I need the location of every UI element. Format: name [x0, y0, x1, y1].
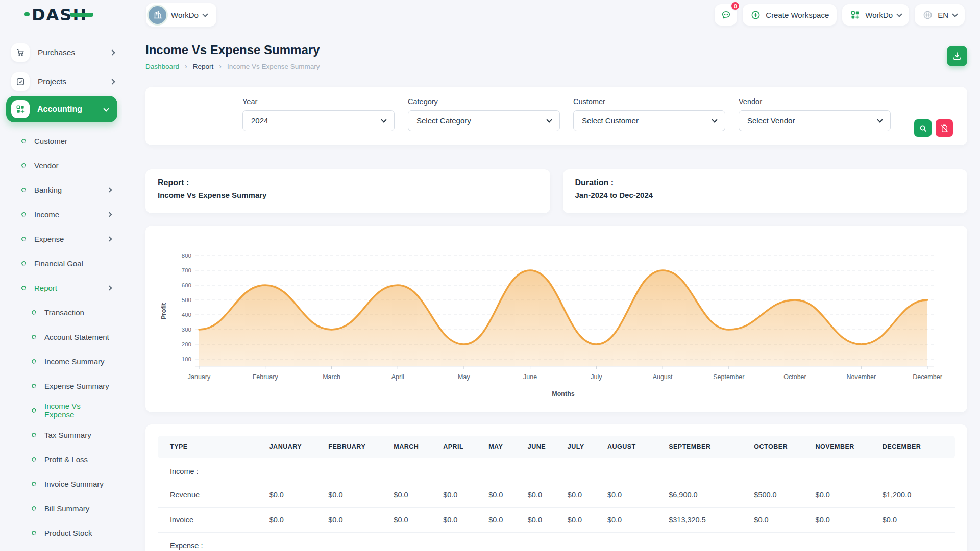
column-header: JANUARY [270, 436, 329, 458]
ring-icon [20, 138, 27, 144]
value-cell: $0.0 [328, 508, 394, 533]
ring-icon [20, 187, 27, 193]
sidebar-item-tax-summary[interactable]: Tax Summary [0, 422, 122, 447]
download-button[interactable] [947, 46, 967, 66]
reset-filter-button[interactable] [936, 119, 953, 137]
column-header: MARCH [394, 436, 443, 458]
svg-text:September: September [713, 373, 744, 381]
svg-text:February: February [253, 373, 279, 381]
messages-button[interactable]: 0 [715, 4, 737, 26]
value-cell: $0.0 [328, 483, 394, 508]
table-row: Invoice$0.0$0.0$0.0$0.0$0.0$0.0$0.0$0.0$… [158, 508, 955, 533]
sidebar-accounting-nav: CustomerVendorBankingIncomeExpenseFinanc… [0, 129, 122, 300]
sidebar-item-income[interactable]: Income [0, 202, 122, 227]
language-selector[interactable]: EN [915, 4, 965, 26]
value-cell: $0.0 [270, 483, 329, 508]
search-icon [918, 123, 928, 133]
column-header: NOVEMBER [816, 436, 883, 458]
ring-icon [20, 236, 27, 242]
ring-icon [20, 211, 27, 218]
check-square-icon [11, 72, 30, 91]
column-header: TYPE [158, 436, 270, 458]
globe-icon [922, 10, 933, 20]
sidebar-report-nav: TransactionAccount StatementIncome Summa… [0, 300, 122, 551]
chevron-down-icon [712, 117, 717, 122]
customer-select-value: Select Customer [582, 116, 639, 125]
sidebar-item-cash-flow[interactable]: Cash Flow [0, 545, 122, 551]
svg-text:300: 300 [182, 327, 191, 333]
create-workspace-button[interactable]: Create Workspace [743, 4, 837, 26]
sidebar-item-report[interactable]: Report [0, 276, 122, 300]
summary-table-card: TYPEJANUARYFEBRUARYMARCHAPRILMAYJUNEJULY… [145, 424, 967, 551]
sidebar-item-expense-summary[interactable]: Expense Summary [0, 373, 122, 398]
category-select[interactable]: Select Category [408, 110, 560, 131]
sidebar-item-expense[interactable]: Expense [0, 227, 122, 251]
ring-icon [20, 260, 27, 267]
report-summary-card: Report : Income Vs Expense Summary [145, 169, 550, 213]
sidebar-item-projects[interactable]: Projects [0, 67, 122, 96]
workspace-selector[interactable]: WorkDo [146, 3, 216, 27]
sidebar-item-label: Product Stock [44, 529, 92, 537]
chevron-right-icon [109, 49, 115, 55]
topbar: DASH WorkDo 0 Create Workspace Wor [0, 0, 980, 30]
breadcrumb-dashboard[interactable]: Dashboard [145, 63, 179, 70]
breadcrumb: Dashboard › Report › Income Vs Expense S… [145, 62, 967, 70]
ring-icon [31, 530, 37, 536]
sidebar-item-purchases[interactable]: Purchases [0, 38, 122, 67]
customer-select[interactable]: Select Customer [573, 110, 725, 131]
value-cell: $0.0 [883, 508, 955, 533]
sidebar-item-bill-summary[interactable]: Bill Summary [0, 496, 122, 520]
column-header: AUGUST [607, 436, 669, 458]
sidebar-item-product-stock[interactable]: Product Stock [0, 520, 122, 545]
sidebar-top-nav: PurchasesProjects [0, 38, 122, 96]
value-cell: $6,900.0 [669, 483, 754, 508]
sidebar-item-profit-loss[interactable]: Profit & Loss [0, 447, 122, 471]
app-logo[interactable]: DASH [32, 5, 87, 24]
app-menu-button[interactable]: WorkDo [842, 4, 909, 26]
report-card-value: Income Vs Expense Summary [158, 191, 538, 199]
svg-text:June: June [523, 373, 537, 381]
workspace-name: WorkDo [171, 11, 199, 19]
filter-card: Year 2024 Category Select Category Custo… [145, 87, 967, 145]
ring-icon [20, 162, 27, 169]
grid-plus-icon [850, 10, 861, 20]
sidebar-item-customer[interactable]: Customer [0, 129, 122, 153]
chevron-right-icon [109, 79, 115, 84]
svg-text:March: March [323, 373, 340, 381]
value-cell: $0.0 [607, 508, 669, 533]
value-cell: $0.0 [270, 508, 329, 533]
vendor-select[interactable]: Select Vendor [739, 110, 891, 131]
sidebar-item-financial-goal[interactable]: Financial Goal [0, 251, 122, 276]
svg-text:October: October [783, 373, 806, 381]
sidebar-item-account-statement[interactable]: Account Statement [0, 324, 122, 349]
summary-cards: Report : Income Vs Expense Summary Durat… [145, 169, 967, 213]
ring-icon [31, 505, 37, 512]
chevron-right-icon [107, 212, 112, 217]
sidebar-item-accounting[interactable]: Accounting [6, 96, 117, 122]
breadcrumb-report[interactable]: Report [193, 63, 214, 70]
sidebar-item-label: Expense [34, 235, 64, 243]
row-type-cell: Invoice [158, 508, 270, 533]
sidebar-item-invoice-summary[interactable]: Invoice Summary [0, 471, 122, 496]
sidebar-item-banking[interactable]: Banking [0, 178, 122, 202]
sidebar-item-label: Financial Goal [34, 259, 83, 268]
year-select[interactable]: 2024 [242, 110, 395, 131]
sidebar-item-vendor[interactable]: Vendor [0, 153, 122, 178]
sidebar-item-income-vs-expense[interactable]: Income Vs Expense [0, 398, 122, 422]
column-header: MAY [488, 436, 528, 458]
apply-filter-button[interactable] [914, 119, 932, 137]
sidebar-item-label: Income Summary [44, 357, 105, 366]
sidebar-item-label: Projects [38, 77, 66, 86]
logo-accent-dot [24, 12, 30, 16]
sidebar-item-income-summary[interactable]: Income Summary [0, 349, 122, 373]
grid-plus-icon [11, 100, 30, 118]
sidebar-item-label: Tax Summary [44, 431, 91, 439]
value-cell: $313,320.5 [669, 508, 754, 533]
svg-text:December: December [913, 373, 942, 381]
column-header: APRIL [443, 436, 488, 458]
sidebar-item-transaction[interactable]: Transaction [0, 300, 122, 324]
chevron-right-icon [107, 187, 112, 192]
chevron-down-icon [103, 106, 109, 111]
value-cell: $0.0 [568, 508, 607, 533]
report-card-title: Report : [158, 178, 538, 187]
